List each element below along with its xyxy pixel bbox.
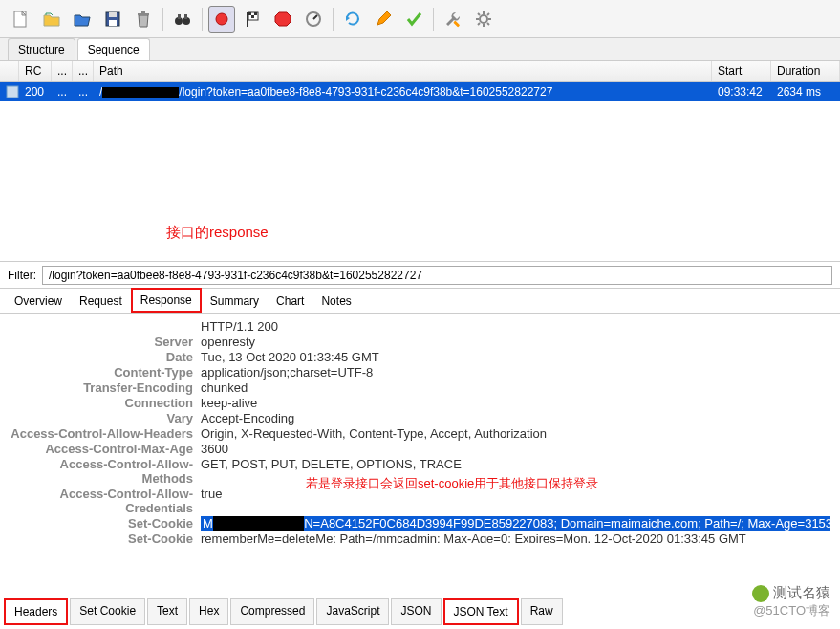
svg-point-20 bbox=[480, 15, 487, 23]
svg-line-27 bbox=[478, 23, 480, 25]
hdr-setcookie2-k: Set-Cookie bbox=[10, 531, 201, 543]
svg-rect-15 bbox=[251, 15, 254, 18]
filter-input[interactable] bbox=[42, 266, 832, 285]
hdr-date-v: Tue, 13 Oct 2020 01:33:45 GMT bbox=[201, 350, 830, 364]
response-view-tabs: Headers Set Cookie Text Hex Compressed J… bbox=[4, 598, 563, 625]
refresh-icon[interactable] bbox=[339, 6, 366, 33]
hdr-server-v: openresty bbox=[201, 335, 830, 349]
svg-rect-5 bbox=[141, 11, 145, 13]
hdr-acam-k: Access-Control-Allow-Methods bbox=[10, 457, 201, 486]
tools-icon[interactable] bbox=[440, 6, 466, 33]
hdr-date-k: Date bbox=[10, 350, 201, 364]
cell-path: //login?token=aa0fbee8-f8e8-4793-931f-c2… bbox=[94, 83, 712, 100]
col-rc[interactable]: RC bbox=[19, 61, 52, 81]
svg-point-10 bbox=[216, 13, 227, 25]
col-method[interactable]: ... bbox=[52, 61, 73, 81]
finish-flag-icon[interactable] bbox=[239, 6, 266, 33]
col-duration[interactable]: Duration bbox=[771, 61, 840, 81]
record-icon[interactable] bbox=[208, 6, 235, 33]
tab-summary[interactable]: Summary bbox=[202, 290, 268, 313]
status-line: HTTP/1.1 200 bbox=[201, 319, 830, 334]
hdr-ctype-k: Content-Type bbox=[10, 365, 201, 380]
hdr-tenc-v: chunked bbox=[201, 380, 830, 395]
edit-icon[interactable] bbox=[370, 6, 397, 33]
hdr-setcookie1-v: MXXXXXXXXXXXN=A8C4152F0C684D3994F99DE859… bbox=[201, 516, 830, 531]
main-toolbar bbox=[0, 0, 840, 38]
btab-text[interactable]: Text bbox=[147, 598, 187, 625]
check-icon[interactable] bbox=[400, 6, 427, 33]
tab-response[interactable]: Response bbox=[131, 288, 202, 313]
svg-rect-19 bbox=[453, 20, 460, 27]
response-icon bbox=[6, 85, 19, 98]
hdr-acac-k: Access-Control-Allow-Credentials bbox=[10, 487, 201, 515]
tab-notes[interactable]: Notes bbox=[312, 290, 359, 313]
svg-rect-3 bbox=[109, 20, 117, 26]
svg-line-28 bbox=[487, 13, 489, 15]
tab-structure[interactable]: Structure bbox=[8, 38, 75, 60]
response-headers-panel[interactable]: HTTP/1.1 200 Serveropenresty DateTue, 13… bbox=[0, 314, 840, 543]
open-icon[interactable] bbox=[38, 6, 65, 33]
new-icon[interactable] bbox=[8, 6, 34, 33]
watermark: 测试名猿 @51CTO博客 bbox=[752, 584, 830, 619]
trash-icon[interactable] bbox=[130, 6, 157, 33]
svg-rect-13 bbox=[248, 12, 251, 15]
cell-host: ... bbox=[73, 83, 94, 100]
hdr-acma-v: 3600 bbox=[201, 442, 830, 456]
cell-duration: 2634 ms bbox=[771, 83, 840, 100]
btab-compressed[interactable]: Compressed bbox=[230, 598, 314, 625]
svg-rect-14 bbox=[254, 12, 257, 15]
hdr-vary-v: Accept-Encoding bbox=[201, 411, 830, 425]
tab-sequence[interactable]: Sequence bbox=[77, 38, 150, 60]
binoculars-icon[interactable] bbox=[169, 6, 196, 33]
cell-rc: 200 bbox=[19, 83, 52, 100]
request-grid-header: RC ... ... Path Start Duration bbox=[0, 61, 840, 82]
svg-rect-29 bbox=[7, 86, 18, 98]
filter-row: Filter: bbox=[0, 262, 840, 289]
view-tabs: Structure Sequence bbox=[0, 38, 840, 61]
svg-marker-16 bbox=[275, 12, 291, 26]
filter-label: Filter: bbox=[8, 269, 36, 282]
hdr-conn-v: keep-alive bbox=[201, 396, 830, 410]
detail-tabs: Overview Request Response Summary Chart … bbox=[0, 289, 840, 314]
hdr-conn-k: Connection bbox=[10, 396, 201, 410]
hdr-acah-v: Origin, X-Requested-With, Content-Type, … bbox=[201, 426, 830, 441]
stop-icon[interactable] bbox=[269, 6, 296, 33]
table-row[interactable]: 200 ... ... //login?token=aa0fbee8-f8e8-… bbox=[0, 82, 840, 101]
tab-overview[interactable]: Overview bbox=[6, 290, 71, 313]
hdr-server-k: Server bbox=[10, 335, 201, 349]
svg-rect-8 bbox=[178, 14, 181, 19]
hdr-acac-v: true bbox=[201, 487, 830, 515]
btab-javascript[interactable]: JavaScript bbox=[316, 598, 389, 625]
btab-setcookie[interactable]: Set Cookie bbox=[70, 598, 145, 625]
throttle-icon[interactable] bbox=[300, 6, 327, 33]
btab-json[interactable]: JSON bbox=[391, 598, 441, 625]
col-start[interactable]: Start bbox=[712, 61, 771, 81]
hdr-acma-k: Access-Control-Max-Age bbox=[10, 442, 201, 456]
btab-hex[interactable]: Hex bbox=[189, 598, 228, 625]
col-path[interactable]: Path bbox=[94, 61, 712, 81]
hdr-acah-k: Access-Control-Allow-Headers bbox=[10, 426, 201, 441]
btab-raw[interactable]: Raw bbox=[521, 598, 563, 625]
svg-line-25 bbox=[478, 13, 480, 15]
col-host[interactable]: ... bbox=[73, 61, 94, 81]
cell-start: 09:33:42 bbox=[712, 83, 771, 100]
save-icon[interactable] bbox=[99, 6, 126, 33]
open-folder-icon[interactable] bbox=[69, 6, 96, 33]
gear-icon[interactable] bbox=[470, 6, 497, 33]
tab-request[interactable]: Request bbox=[71, 290, 131, 313]
cell-method: ... bbox=[52, 83, 73, 100]
hdr-tenc-k: Transfer-Encoding bbox=[10, 380, 201, 395]
svg-rect-2 bbox=[109, 12, 117, 17]
hdr-setcookie1-k: Set-Cookie bbox=[10, 516, 201, 531]
tab-chart[interactable]: Chart bbox=[268, 290, 312, 313]
svg-line-26 bbox=[487, 23, 489, 25]
hdr-setcookie2-v: rememberMe=deleteMe; Path=/mmcadmin; Max… bbox=[201, 531, 830, 543]
svg-rect-9 bbox=[184, 14, 187, 19]
hdr-acam-v: GET, POST, PUT, DELETE, OPTIONS, TRACE bbox=[201, 457, 830, 486]
btab-headers[interactable]: Headers bbox=[4, 598, 68, 625]
btab-jsontext[interactable]: JSON Text bbox=[443, 598, 519, 625]
svg-rect-4 bbox=[138, 13, 149, 15]
wechat-icon bbox=[752, 585, 769, 602]
request-grid[interactable]: 200 ... ... //login?token=aa0fbee8-f8e8-… bbox=[0, 82, 840, 262]
hdr-vary-k: Vary bbox=[10, 411, 201, 425]
